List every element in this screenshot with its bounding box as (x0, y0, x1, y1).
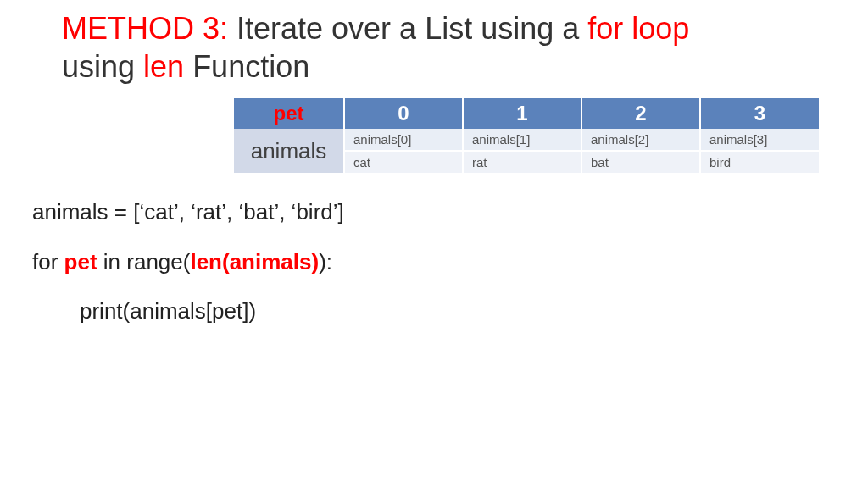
ref-3: animals[3] (700, 129, 819, 151)
val-2: bat (581, 151, 700, 173)
code-block: animals = [‘cat’, ‘rat’, ‘bat’, ‘bird’] … (32, 198, 344, 325)
row-label-animals: animals (234, 129, 344, 173)
title-part2: using (62, 49, 143, 84)
code-for: for (32, 249, 64, 274)
title-for-loop: for loop (587, 11, 689, 46)
code-var-pet: pet (64, 249, 97, 274)
ref-1: animals[1] (463, 129, 581, 151)
code-line-1: animals = [‘cat’, ‘rat’, ‘bat’, ‘bird’] (32, 198, 344, 226)
ref-0: animals[0] (344, 129, 463, 151)
val-3: bird (700, 151, 819, 173)
ref-2: animals[2] (581, 129, 700, 151)
code-line-3: print(animals[pet]) (32, 297, 344, 325)
code-colon: ): (319, 249, 332, 274)
index-table: pet 0 1 2 3 animals animals[0] animals[1… (234, 98, 819, 173)
code-range: in range( (97, 249, 191, 274)
slide-title: METHOD 3: Iterate over a List using a fo… (62, 9, 689, 86)
title-len: len (143, 49, 184, 84)
title-method: METHOD 3: (62, 11, 228, 46)
header-idx-1: 1 (463, 98, 581, 129)
code-print: print(animals[pet]) (80, 298, 256, 324)
header-idx-2: 2 (581, 98, 700, 129)
header-row: pet 0 1 2 3 (234, 98, 819, 129)
val-0: cat (344, 151, 463, 173)
val-1: rat (463, 151, 581, 173)
header-idx-0: 0 (344, 98, 463, 129)
code-line-2: for pet in range(len(animals)): (32, 248, 344, 276)
header-pet: pet (234, 98, 344, 129)
title-part1: Iterate over a List using a (228, 11, 587, 46)
code-len-call: len(animals) (190, 249, 319, 274)
ref-row: animals animals[0] animals[1] animals[2]… (234, 129, 819, 151)
header-idx-3: 3 (700, 98, 819, 129)
title-part3: Function (184, 49, 309, 84)
